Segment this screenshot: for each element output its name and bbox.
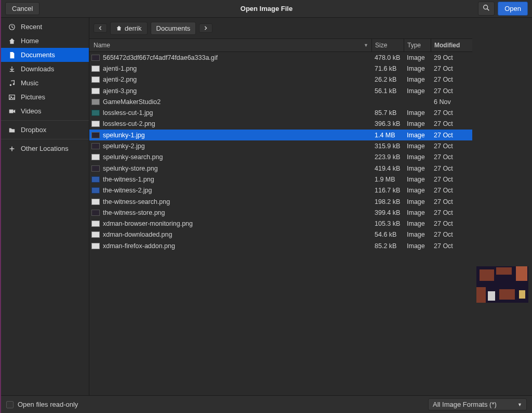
readonly-checkbox[interactable] [6, 401, 14, 408]
file-modified: 27 Oct [431, 153, 472, 161]
home-icon [116, 25, 122, 31]
sidebar-item-downloads[interactable]: Downloads [1, 62, 89, 76]
file-size: 26.2 kB [371, 76, 404, 83]
path-segment-documents[interactable]: Documents [151, 22, 196, 35]
file-row[interactable]: GameMakerStudio26 Nov [89, 96, 472, 107]
sidebar-item-label: Dropbox [21, 126, 46, 134]
file-size: 71.6 kB [371, 65, 404, 72]
file-row[interactable]: ajenti-3.png56.1 kBImage27 Oct [89, 85, 472, 96]
file-icon [91, 176, 100, 183]
path-forward-button[interactable] [199, 23, 212, 33]
file-row[interactable]: ajenti-1.png71.6 kBImage27 Oct [89, 63, 472, 74]
file-modified: 29 Oct [431, 54, 472, 61]
file-icon [91, 110, 100, 116]
file-row[interactable]: xdman-downloaded.png54.6 kBImage27 Oct [89, 229, 472, 240]
sidebar-item-label: Recent [21, 23, 42, 31]
file-row[interactable]: lossless-cut-1.jpg85.7 kBImage27 Oct [89, 107, 472, 118]
chevron-right-icon [204, 26, 208, 30]
picture-icon [8, 94, 16, 101]
file-modified: 27 Oct [431, 198, 472, 205]
column-header-size[interactable]: Size [371, 39, 404, 51]
file-row[interactable]: the-witness-2.jpg116.7 kBImage27 Oct [89, 185, 472, 196]
file-type: Image [404, 176, 431, 183]
file-row[interactable]: xdman-browser-monitoring.png105.3 kBImag… [89, 218, 472, 229]
doc-icon [8, 51, 16, 59]
home-icon [8, 37, 16, 45]
file-row[interactable]: spelunky-search.png223.9 kBImage27 Oct [89, 152, 472, 163]
cancel-button[interactable]: Cancel [5, 2, 39, 15]
file-row[interactable]: spelunky-1.jpg1.4 MBImage27 Oct [89, 130, 472, 140]
file-size: 1.4 MB [371, 132, 404, 139]
file-modified: 27 Oct [431, 132, 472, 139]
file-name: xdman-downloaded.png [103, 231, 371, 238]
sidebar-item-label: Videos [21, 107, 42, 115]
file-type: Image [404, 109, 431, 117]
sidebar-item-other-locations[interactable]: Other Locations [1, 141, 89, 156]
file-size: 105.3 kB [371, 220, 404, 227]
file-row[interactable]: the-witness-store.png399.4 kBImage27 Oct [89, 207, 472, 218]
path-home-label: derrik [125, 24, 142, 32]
file-icon [91, 210, 100, 216]
sidebar-item-music[interactable]: Music [1, 76, 89, 90]
file-row[interactable]: ajenti-2.png26.2 kBImage27 Oct [89, 74, 472, 85]
file-row[interactable]: the-witness-search.png198.2 kBImage27 Oc… [89, 196, 472, 207]
open-button[interactable]: Open [498, 2, 528, 16]
file-row[interactable]: the-witness-1.png1.9 MBImage27 Oct [89, 174, 472, 185]
file-row[interactable]: spelunky-2.jpg315.9 kBImage27 Oct [89, 140, 472, 151]
svg-line-1 [487, 9, 489, 11]
sidebar-item-pictures[interactable]: Pictures [1, 90, 89, 104]
svg-point-4 [13, 83, 15, 85]
file-size: 419.4 kB [371, 165, 404, 172]
file-icon [91, 231, 100, 238]
file-icon [91, 165, 100, 172]
search-button[interactable] [478, 2, 495, 16]
file-type: Image [404, 87, 431, 95]
path-segment-label: Documents [156, 24, 191, 32]
sidebar-item-home[interactable]: Home [1, 34, 89, 48]
file-modified: 6 Nov [431, 98, 472, 106]
path-home-segment[interactable]: derrik [110, 22, 148, 35]
file-row[interactable]: xdman-firefox-addon.png85.2 kBImage27 Oc… [89, 240, 472, 251]
file-size: 1.9 MB [371, 176, 404, 183]
file-list[interactable]: 565f472d3df667cf4adf74fdae6a333a.gif478.… [89, 52, 472, 395]
folder-icon [91, 99, 100, 105]
file-type: Image [404, 76, 431, 83]
file-icon [91, 199, 100, 205]
file-row[interactable]: lossless-cut-2.png396.3 kBImage27 Oct [89, 119, 472, 130]
file-size: 85.7 kB [371, 109, 404, 117]
file-modified: 27 Oct [431, 209, 472, 216]
file-modified: 27 Oct [431, 76, 472, 83]
column-header-type[interactable]: Type [404, 39, 431, 51]
file-modified: 27 Oct [431, 231, 472, 238]
file-type: Image [404, 54, 431, 61]
file-name: the-witness-search.png [103, 198, 371, 205]
file-row[interactable]: 565f472d3df667cf4adf74fdae6a333a.gif478.… [89, 52, 472, 63]
sidebar-item-dropbox[interactable]: Dropbox [1, 123, 89, 137]
chevron-down-icon: ▼ [517, 402, 522, 407]
file-type: Image [404, 231, 431, 238]
sidebar-item-label: Downloads [21, 65, 54, 73]
column-header-modified[interactable]: Modified [431, 39, 472, 51]
column-header-name[interactable]: Name ▼ [89, 42, 371, 49]
file-name: xdman-firefox-addon.png [103, 242, 371, 250]
file-size: 198.2 kB [371, 198, 404, 205]
sidebar-item-recent[interactable]: Recent [1, 20, 89, 34]
file-name: spelunky-store.png [103, 165, 371, 172]
footer: Open files read-only All Image Formats (… [1, 395, 532, 413]
file-icon [91, 76, 100, 83]
clock-icon [8, 23, 16, 31]
file-icon [91, 55, 100, 61]
file-name: the-witness-1.png [103, 176, 371, 183]
file-modified: 27 Oct [431, 187, 472, 194]
file-name: xdman-browser-monitoring.png [103, 220, 371, 227]
file-row[interactable]: spelunky-store.png419.4 kBImage27 Oct [89, 163, 472, 174]
file-size: 478.0 kB [371, 54, 404, 61]
file-name: ajenti-3.png [103, 87, 371, 95]
file-size: 223.9 kB [371, 153, 404, 161]
filter-dropdown[interactable]: All Image Formats (*) ▼ [428, 398, 527, 410]
file-modified: 27 Oct [431, 176, 472, 183]
sidebar-item-videos[interactable]: Videos [1, 104, 89, 118]
pathbar: derrik Documents [89, 18, 472, 38]
sidebar-item-documents[interactable]: Documents [1, 48, 89, 62]
path-back-button[interactable] [94, 23, 107, 33]
